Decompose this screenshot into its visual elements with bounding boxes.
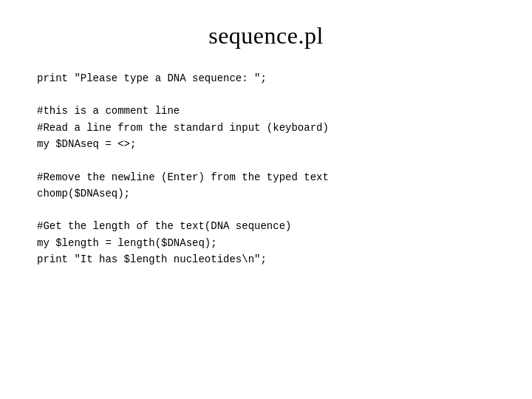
code-block: print "Please type a DNA sequence: "; #t… bbox=[37, 70, 495, 284]
code-line: print "Please type a DNA sequence: "; bbox=[37, 70, 495, 86]
code-line: print "It has $length nucleotides\n"; bbox=[37, 251, 495, 267]
code-line: #Get the length of the text(DNA sequence… bbox=[37, 218, 495, 234]
code-line: #Remove the newline (Enter) from the typ… bbox=[37, 169, 495, 185]
page-title: sequence.pl bbox=[208, 22, 324, 50]
code-line: my $DNAseq = <>; bbox=[37, 136, 495, 152]
code-line: #Read a line from the standard input (ke… bbox=[37, 120, 495, 136]
code-line: my $length = length($DNAseq); bbox=[37, 235, 495, 251]
code-section-1: print "Please type a DNA sequence: "; bbox=[37, 70, 495, 86]
page-container: sequence.pl print "Please type a DNA seq… bbox=[0, 0, 532, 399]
code-section-2: #this is a comment line #Read a line fro… bbox=[37, 103, 495, 152]
code-line: chomp($DNAseq); bbox=[37, 185, 495, 202]
code-section-3: #Remove the newline (Enter) from the typ… bbox=[37, 169, 495, 202]
code-section-4: #Get the length of the text(DNA sequence… bbox=[37, 218, 495, 267]
code-line: #this is a comment line bbox=[37, 103, 495, 119]
